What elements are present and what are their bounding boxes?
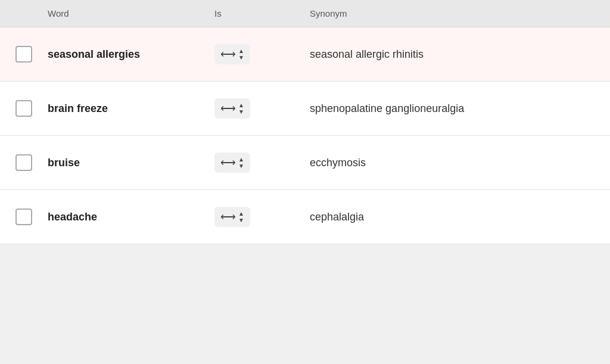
table-header: Word Is Synonym	[0, 0, 610, 27]
row-checkbox-col	[0, 209, 48, 225]
relation-badge[interactable]: ⟷ ▲ ▼	[214, 153, 250, 173]
row-is-col: ⟷ ▲ ▼	[214, 44, 310, 64]
relation-badge[interactable]: ⟷ ▲ ▼	[214, 44, 250, 64]
sort-up-icon: ▲	[238, 102, 244, 108]
row-word: seasonal allergies	[48, 48, 214, 61]
sort-up-icon: ▲	[238, 48, 244, 54]
header-synonym-label: Synonym	[310, 8, 610, 18]
table-row: brain freeze ⟷ ▲ ▼ sphenopalatine gangli…	[0, 82, 610, 136]
sort-icon: ▲ ▼	[238, 157, 244, 169]
row-synonym: seasonal allergic rhinitis	[310, 48, 610, 61]
sort-up-icon: ▲	[238, 157, 244, 163]
header-is-label: Is	[214, 8, 310, 18]
relation-badge[interactable]: ⟷ ▲ ▼	[214, 98, 250, 119]
sort-icon: ▲ ▼	[238, 102, 244, 115]
row-checkbox[interactable]	[15, 209, 32, 225]
row-checkbox-col	[0, 100, 48, 117]
table-row: seasonal allergies ⟷ ▲ ▼ seasonal allerg…	[0, 27, 610, 82]
sort-down-icon: ▼	[238, 109, 244, 115]
bidirectional-arrow-icon: ⟷	[220, 102, 235, 115]
sort-up-icon: ▲	[238, 211, 244, 217]
row-checkbox-col	[0, 46, 48, 63]
row-is-col: ⟷ ▲ ▼	[214, 207, 310, 227]
synonym-table: Word Is Synonym seasonal allergies ⟷ ▲ ▼…	[0, 0, 610, 244]
row-checkbox[interactable]	[15, 100, 32, 117]
row-checkbox-col	[0, 154, 48, 171]
row-word: bruise	[48, 157, 214, 169]
table-row: bruise ⟷ ▲ ▼ ecchymosis	[0, 136, 610, 190]
row-synonym: sphenopalatine ganglioneuralgia	[310, 102, 610, 115]
table-body: seasonal allergies ⟷ ▲ ▼ seasonal allerg…	[0, 27, 610, 244]
row-synonym: cephalalgia	[310, 211, 610, 223]
row-is-col: ⟷ ▲ ▼	[214, 98, 310, 119]
relation-badge[interactable]: ⟷ ▲ ▼	[214, 207, 250, 227]
table-row: headache ⟷ ▲ ▼ cephalalgia	[0, 190, 610, 244]
row-word: brain freeze	[48, 102, 214, 115]
row-checkbox[interactable]	[15, 46, 32, 63]
sort-down-icon: ▼	[238, 55, 244, 61]
sort-icon: ▲ ▼	[238, 48, 244, 61]
bidirectional-arrow-icon: ⟷	[220, 156, 235, 169]
row-word: headache	[48, 211, 214, 223]
header-word-label: Word	[48, 8, 214, 18]
sort-down-icon: ▼	[238, 217, 244, 223]
sort-icon: ▲ ▼	[238, 211, 244, 223]
row-is-col: ⟷ ▲ ▼	[214, 153, 310, 173]
sort-down-icon: ▼	[238, 163, 244, 169]
row-checkbox[interactable]	[15, 154, 32, 171]
bidirectional-arrow-icon: ⟷	[220, 48, 235, 61]
bidirectional-arrow-icon: ⟷	[220, 210, 235, 223]
row-synonym: ecchymosis	[310, 157, 610, 169]
